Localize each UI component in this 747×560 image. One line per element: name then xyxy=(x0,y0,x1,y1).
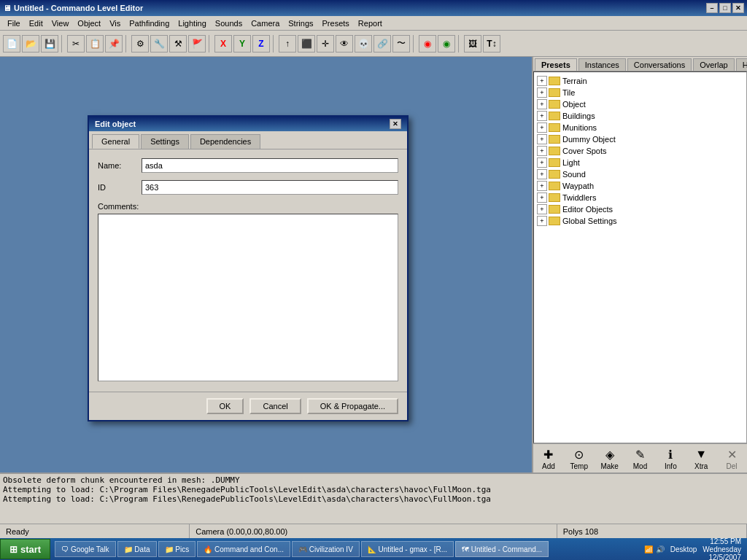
menu-object[interactable]: Object xyxy=(73,18,105,29)
toolbar-text[interactable]: T↕ xyxy=(483,35,500,52)
tab-general[interactable]: General xyxy=(92,134,139,149)
add-tool[interactable]: ✚ Add xyxy=(539,446,558,470)
tab-settings[interactable]: Settings xyxy=(141,134,189,149)
toolbar-arrow[interactable]: ↑ xyxy=(279,35,296,52)
expand-editor-objects[interactable]: + xyxy=(537,204,547,214)
del-tool[interactable]: ✕ Del xyxy=(722,446,741,470)
start-icon: ⊞ xyxy=(9,544,18,555)
expand-sound[interactable]: + xyxy=(537,169,547,179)
toolbar-link[interactable]: 🔗 xyxy=(374,35,391,52)
expand-object[interactable]: + xyxy=(537,99,547,109)
menu-report[interactable]: Report xyxy=(354,18,387,29)
expand-tile[interactable]: + xyxy=(537,88,547,98)
toolbar-tool2[interactable]: 🔧 xyxy=(150,35,168,52)
menu-lighting[interactable]: Lighting xyxy=(174,18,211,29)
tab-instances[interactable]: Instances xyxy=(578,58,626,71)
menu-strings[interactable]: Strings xyxy=(284,18,317,29)
menu-pathfinding[interactable]: Pathfinding xyxy=(125,18,174,29)
tree-terrain[interactable]: + Terrain xyxy=(537,75,743,87)
expand-dummy-object[interactable]: + xyxy=(537,134,547,144)
menu-file[interactable]: File xyxy=(3,18,25,29)
expand-munitions[interactable]: + xyxy=(537,122,547,133)
tree-sound[interactable]: + Sound xyxy=(537,168,743,180)
menu-view[interactable]: View xyxy=(47,18,74,29)
toolbar-tool1[interactable]: ⚙ xyxy=(131,35,149,52)
minimize-button[interactable]: – xyxy=(706,3,718,13)
expand-cover-spots[interactable]: + xyxy=(537,146,547,156)
toolbar-copy[interactable]: 📋 xyxy=(86,35,104,52)
comments-input[interactable] xyxy=(98,214,398,381)
tab-presets[interactable]: Presets xyxy=(535,58,577,71)
tree-cover-spots[interactable]: + Cover Spots xyxy=(537,145,743,157)
toolbar-eye[interactable]: 👁 xyxy=(336,35,353,52)
tree-twiddlers[interactable]: + Twiddlers xyxy=(537,192,743,203)
toolbar-tool4[interactable]: 🚩 xyxy=(188,35,206,52)
expand-twiddlers[interactable]: + xyxy=(537,192,547,203)
tree-global-settings[interactable]: + Global Settings xyxy=(537,215,743,227)
tab-heightfield[interactable]: Heightfield xyxy=(736,58,747,71)
name-input[interactable] xyxy=(142,158,398,173)
menu-edit[interactable]: Edit xyxy=(25,18,47,29)
toolbar-move[interactable]: ✛ xyxy=(317,35,334,52)
cancel-button[interactable]: Cancel xyxy=(249,398,301,414)
toolbar-skull[interactable]: 💀 xyxy=(355,35,372,52)
info-tool[interactable]: ℹ Info xyxy=(661,446,680,470)
menu-camera[interactable]: Camera xyxy=(247,18,284,29)
taskbar-google-talk[interactable]: 🗨 Google Talk xyxy=(55,541,115,557)
expand-light[interactable]: + xyxy=(537,158,547,168)
tree-tile[interactable]: + Tile xyxy=(537,87,743,98)
toolbar-render[interactable]: 🖼 xyxy=(464,35,481,52)
maximize-button[interactable]: □ xyxy=(719,3,731,13)
start-button[interactable]: ⊞ start xyxy=(0,539,50,559)
tab-dependencies[interactable]: Dependencies xyxy=(190,134,260,149)
tab-overlap[interactable]: Overlap xyxy=(693,58,735,71)
toolbar-tool3[interactable]: ⚒ xyxy=(169,35,187,52)
tab-conversations[interactable]: Conversations xyxy=(627,58,692,71)
ok-button[interactable]: OK xyxy=(206,398,244,414)
toolbar-cut[interactable]: ✂ xyxy=(67,35,85,52)
log-line-2: Attempting to load: C:\Program Files\Ren… xyxy=(3,485,744,494)
tree-waypath[interactable]: + Waypath xyxy=(537,180,743,192)
toolbar-color[interactable]: ◉ xyxy=(419,35,436,52)
toolbar-wave[interactable]: 〜 xyxy=(392,35,410,52)
taskbar-gmax[interactable]: 📐 Untitled - gmax - [R... xyxy=(361,541,454,557)
toolbar-new[interactable]: 📄 xyxy=(3,35,20,52)
ok-propagate-button[interactable]: OK & Propagate... xyxy=(307,398,398,414)
taskbar-command-con[interactable]: 🔥 Command and Con... xyxy=(197,541,290,557)
toolbar-save[interactable]: 💾 xyxy=(41,35,58,52)
expand-waypath[interactable]: + xyxy=(537,181,547,191)
expand-terrain[interactable]: + xyxy=(537,76,547,86)
close-button[interactable]: ✕ xyxy=(732,3,744,13)
tree-editor-objects[interactable]: + Editor Objects xyxy=(537,203,743,215)
id-input[interactable] xyxy=(142,180,398,195)
taskbar-civ4[interactable]: 🎮 Civilization IV xyxy=(292,541,360,557)
toolbar-paste[interactable]: 📌 xyxy=(105,35,123,52)
taskbar-commando-editor[interactable]: 🗺 Untitled - Command... xyxy=(455,541,549,557)
mod-tool[interactable]: ✎ Mod xyxy=(631,446,650,470)
menu-vis[interactable]: Vis xyxy=(105,18,125,29)
expand-global-settings[interactable]: + xyxy=(537,216,547,226)
taskbar-pics[interactable]: 📁 Pics xyxy=(158,541,196,557)
tree-dummy-object[interactable]: + Dummy Object xyxy=(537,133,743,145)
folder-buildings-icon xyxy=(549,112,560,120)
toolbar-color2[interactable]: ◉ xyxy=(438,35,455,52)
toolbar-select[interactable]: ⬛ xyxy=(298,35,315,52)
xtra-tool[interactable]: ▼ Xtra xyxy=(692,446,711,470)
taskbar-data[interactable]: 📁 Data xyxy=(117,541,157,557)
tree-object[interactable]: + Object xyxy=(537,98,743,110)
make-tool[interactable]: ◈ Make xyxy=(600,446,619,470)
desktop-btn[interactable]: Desktop xyxy=(670,545,697,553)
dialog-close-button[interactable]: ✕ xyxy=(390,119,401,129)
tree-munitions[interactable]: + Munitions xyxy=(537,122,743,133)
expand-buildings[interactable]: + xyxy=(537,111,547,121)
menu-presets[interactable]: Presets xyxy=(318,18,354,29)
toolbar-open[interactable]: 📂 xyxy=(22,35,39,52)
canvas-area[interactable]: Edit object ✕ General Settings Dependenc… xyxy=(0,57,532,472)
toolbar-z[interactable]: Z xyxy=(252,35,270,52)
tree-light[interactable]: + Light xyxy=(537,157,743,168)
temp-tool[interactable]: ⊙ Temp xyxy=(570,446,589,470)
menu-sounds[interactable]: Sounds xyxy=(211,18,247,29)
tree-buildings[interactable]: + Buildings xyxy=(537,110,743,122)
toolbar-y[interactable]: Y xyxy=(233,35,251,52)
toolbar-x[interactable]: X xyxy=(214,35,232,52)
